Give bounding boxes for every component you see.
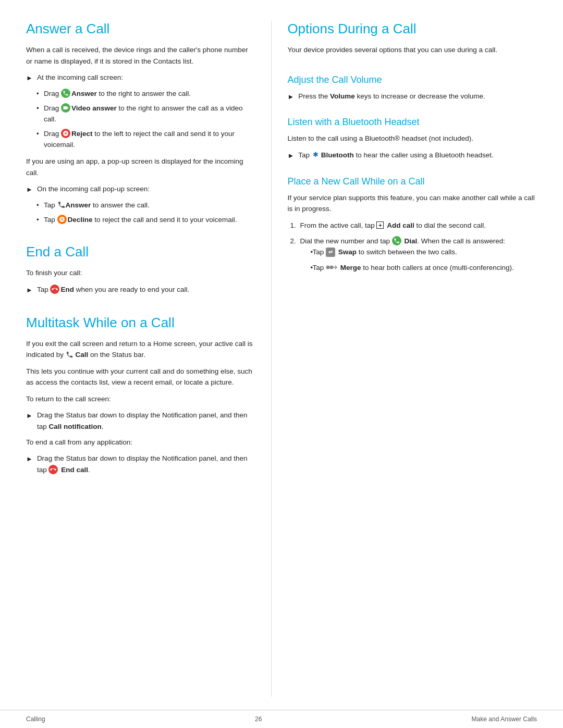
- end-app-post: .: [88, 466, 90, 474]
- end-icon: [50, 285, 59, 294]
- bluetooth-icon: ✱: [312, 151, 320, 159]
- arrow-icon-6: ►: [287, 92, 294, 103]
- options-section: Options During a Call Your device provid…: [287, 21, 537, 56]
- bluetooth-section: Listen with a Bluetooth Headset Listen t…: [287, 117, 537, 161]
- content-area: Answer a Call When a call is received, t…: [0, 0, 563, 728]
- page: Answer a Call When a call is received, t…: [0, 0, 563, 728]
- multitask-para2: This lets you continue with your current…: [26, 366, 255, 388]
- adjust-volume-section: Adjust the Call Volume ► Press the Volum…: [287, 75, 537, 103]
- decline-icon: [57, 215, 67, 224]
- merge-pre: Tap: [312, 264, 326, 272]
- volume-label: Volume: [330, 92, 355, 100]
- arrow-icon-7: ►: [287, 151, 294, 162]
- incoming-screen-label: At the incoming call screen:: [37, 72, 256, 83]
- bluetooth-post: to hear the caller using a Bluetooth hea…: [354, 151, 494, 159]
- video-answer-icon: [61, 103, 70, 113]
- left-column: Answer a Call When a call is received, t…: [26, 21, 271, 697]
- footer-center: 26: [255, 715, 262, 723]
- multitask-section: Multitask While on a Call If you exit th…: [26, 315, 255, 476]
- popup-bullet-pre: Tap: [44, 201, 57, 209]
- new-call-steps: From the active call, tap + Add call to …: [298, 220, 537, 273]
- svg-point-0: [326, 266, 329, 269]
- bullet-reject-pre: Drag: [44, 130, 61, 138]
- volume-post: keys to increase or decrease the volume.: [355, 92, 485, 100]
- sub-bullet-swap: Tap ⇄ Swap to switch between the two cal…: [310, 246, 537, 258]
- bluetooth-intro: Listen to the call using a Bluetooth® he…: [287, 133, 537, 144]
- incoming-screen-bullets: Drag Answer to the right to answer the c…: [36, 88, 255, 151]
- popup-decline-post: to reject the call and send it to your v…: [93, 216, 237, 224]
- arrow-icon-2: ►: [26, 184, 33, 195]
- return-point: ► Drag the Status bar down to display th…: [26, 410, 255, 432]
- popup-bullets: Tap Answer to answer the call. Tap Decli…: [36, 200, 255, 225]
- answer-icon: [61, 89, 70, 98]
- footer: Calling 26 Make and Answer Calls: [0, 710, 563, 728]
- return-text: Drag the Status bar down to display the …: [37, 410, 256, 432]
- multitask-para1-post: on the Status bar.: [88, 351, 145, 359]
- multitask-para1: If you exit the call screen and return t…: [26, 338, 255, 361]
- call-status-icon: [66, 351, 74, 359]
- popup-bullet-decline: Tap Decline to reject the call and send …: [36, 214, 255, 226]
- end-call-title: End a Call: [26, 244, 255, 260]
- new-call-intro: If your service plan supports this featu…: [287, 192, 537, 215]
- swap-icon: ⇄: [326, 248, 335, 257]
- incoming-screen-point: ► At the incoming call screen:: [26, 72, 255, 84]
- answer-label: Answer: [71, 90, 97, 97]
- bullet-answer: Drag Answer to the right to answer the c…: [36, 88, 255, 100]
- options-title: Options During a Call: [287, 21, 537, 37]
- step2-post: . When the call is answered:: [417, 237, 505, 245]
- decline-label: Decline: [68, 216, 93, 224]
- end-call-intro: To finish your call:: [26, 267, 255, 279]
- arrow-icon-5: ►: [26, 454, 33, 465]
- end-call-pre: Tap: [37, 286, 51, 293]
- end-label: End: [60, 286, 74, 293]
- bluetooth-title: Listen with a Bluetooth Headset: [287, 117, 537, 128]
- end-app-icon: [48, 465, 58, 474]
- popup-bullet-post: to answer the call.: [91, 201, 150, 209]
- reject-icon: [61, 129, 70, 138]
- adjust-volume-title: Adjust the Call Volume: [287, 75, 537, 85]
- popup-intro: If you are using an app, a pop-up screen…: [26, 156, 255, 178]
- dial-icon: [392, 236, 401, 245]
- footer-right: Make and Answer Calls: [472, 715, 537, 723]
- return-label: To return to the call screen:: [26, 393, 255, 405]
- popup-screen-label: On the incoming call pop-up screen:: [37, 183, 256, 195]
- merge-icon: [326, 264, 337, 271]
- right-column: Options During a Call Your device provid…: [271, 21, 537, 697]
- bullet-answer-post: to the right to answer the call.: [97, 90, 191, 97]
- bluetooth-label: Bluetooth: [321, 151, 354, 159]
- end-call-section: End a Call To finish your call: ► Tap En…: [26, 244, 255, 295]
- video-answer-label: Video answer: [71, 104, 117, 112]
- merge-post: to hear both callers at once (multi-conf…: [361, 264, 513, 272]
- new-call-section: Place a New Call While on a Call If your…: [287, 176, 537, 274]
- step2-sub-bullets: Tap ⇄ Swap to switch between the two cal…: [310, 246, 537, 273]
- bluetooth-text: Tap ✱Bluetooth to hear the caller using …: [298, 150, 537, 161]
- step-2: Dial the new number and tap Dial. When t…: [298, 236, 537, 274]
- popup-bullet-answer: Tap Answer to answer the call.: [36, 200, 255, 211]
- answer-call-section: Answer a Call When a call is received, t…: [26, 21, 255, 225]
- end-call-post: when you are ready to end your call.: [74, 286, 189, 293]
- bullet-reject: Drag Reject to the left to reject the ca…: [36, 128, 255, 151]
- step1-pre: From the active call, tap: [300, 221, 376, 229]
- answer-call-title: Answer a Call: [26, 21, 255, 37]
- reject-label: Reject: [71, 130, 93, 138]
- step2-pre: Dial the new number and tap: [300, 237, 391, 245]
- bluetooth-point: ► Tap ✱Bluetooth to hear the caller usin…: [287, 150, 537, 162]
- popup-answer-label: Answer: [66, 201, 91, 209]
- new-call-title: Place a New Call While on a Call: [287, 176, 537, 187]
- volume-point: ► Press the Volume keys to increase or d…: [287, 91, 537, 103]
- multitask-para1-icon-label: Call: [76, 351, 89, 359]
- sub-bullet-merge: Tap Merge to hear both callers at once (…: [310, 262, 537, 274]
- phone-small-icon: [57, 201, 66, 209]
- swap-pre: Tap: [312, 248, 326, 256]
- bullet-answer-pre: Drag: [44, 90, 61, 97]
- merge-label: Merge: [340, 264, 361, 272]
- answer-call-intro: When a call is received, the device ring…: [26, 44, 255, 67]
- end-call-point: ► Tap End when you are ready to end your…: [26, 284, 255, 296]
- end-call-text: Tap End when you are ready to end your c…: [37, 284, 256, 295]
- end-app-text: Drag the Status bar down to display the …: [37, 453, 256, 475]
- volume-pre: Press the: [298, 92, 330, 100]
- step1-post: to dial the second call.: [414, 221, 486, 229]
- bullet-video-pre: Drag: [44, 104, 61, 112]
- end-call-label: End call: [61, 466, 88, 474]
- options-intro: Your device provides several options tha…: [287, 44, 537, 56]
